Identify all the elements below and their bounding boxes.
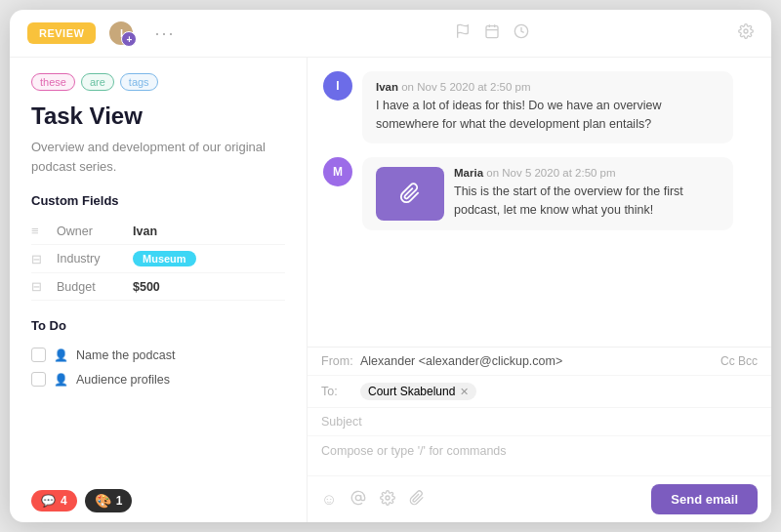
- right-panel: I Ivan on Nov 5 2020 at 2:50 pm I have a…: [308, 58, 771, 522]
- clock-icon[interactable]: [514, 23, 529, 43]
- todo-user-icon-0: 👤: [54, 348, 68, 362]
- add-avatar-icon[interactable]: +: [121, 31, 137, 47]
- todo-section: To Do 👤 Name the podcast 👤 Audience prof…: [31, 318, 285, 391]
- email-from-row: From: Alexander <alexander@clickup.com> …: [308, 348, 771, 376]
- svg-rect-1: [486, 26, 498, 38]
- to-label: To:: [321, 385, 360, 398]
- main-content: these are tags Task View Overview and de…: [10, 58, 771, 522]
- left-panel: these are tags Task View Overview and de…: [10, 58, 308, 522]
- emoji-icon[interactable]: ☺: [321, 491, 337, 509]
- send-email-button[interactable]: Send email: [651, 484, 758, 514]
- recipient-name: Court Skabelund: [368, 385, 455, 398]
- task-description: Overview and development of our original…: [31, 138, 285, 176]
- comment-text-0: I have a lot of ideas for this! Do we ha…: [376, 97, 719, 134]
- comments-area: I Ivan on Nov 5 2020 at 2:50 pm I have a…: [308, 58, 771, 347]
- comment-author-0: Ivan: [376, 81, 398, 93]
- todo-text-0: Name the podcast: [76, 348, 175, 362]
- svg-point-6: [744, 29, 748, 33]
- field-label-industry: Industry: [57, 252, 125, 266]
- svg-point-8: [386, 496, 390, 500]
- field-industry: ⊟ Industry Museum: [31, 245, 285, 273]
- cc-bcc-button[interactable]: Cc Bcc: [720, 354, 758, 368]
- svg-point-7: [356, 495, 361, 500]
- todo-checkbox-1[interactable]: [31, 372, 46, 387]
- header-icons: [455, 23, 754, 43]
- todo-title: To Do: [31, 318, 285, 333]
- avatar: I +: [107, 20, 135, 47]
- mention-icon[interactable]: [350, 490, 366, 510]
- comment-meta-1: Maria on Nov 5 2020 at 2:50 pm: [454, 167, 719, 179]
- email-subject-row[interactable]: Subject: [308, 408, 771, 436]
- comment-avatar-ivan: I: [323, 71, 352, 101]
- field-budget: ⊟ Budget $500: [31, 273, 285, 301]
- todo-item-0: 👤 Name the podcast: [31, 343, 285, 367]
- task-title: Task View: [31, 102, 285, 130]
- figma-count: 1: [116, 494, 123, 508]
- tag-tags[interactable]: tags: [120, 73, 158, 91]
- todo-text-1: Audience profiles: [76, 373, 170, 387]
- field-owner: ≡ Owner Ivan: [31, 218, 285, 245]
- from-value: Alexander <alexander@clickup.com>: [360, 354, 562, 368]
- comment-bubble-1-content: Maria on Nov 5 2020 at 2:50 pm This is t…: [454, 167, 719, 220]
- comment-item-0: I Ivan on Nov 5 2020 at 2:50 pm I have a…: [323, 71, 756, 143]
- left-footer: 💬 4 🎨 1: [31, 479, 285, 512]
- field-icon-budget: ⊟: [31, 279, 49, 294]
- comment-meta-0: Ivan on Nov 5 2020 at 2:50 pm: [376, 81, 719, 93]
- comment-icon: 💬: [41, 494, 56, 508]
- recipient-chip: Court Skabelund ✕: [360, 383, 476, 400]
- settings-icon[interactable]: [738, 23, 754, 43]
- comment-item-1: M Maria on Nov 5 2020 at 2:50 pm This is…: [323, 157, 756, 230]
- review-button[interactable]: REVIEW: [27, 22, 96, 44]
- custom-fields-section: Custom Fields ≡ Owner Ivan ⊟ Industry Mu…: [31, 193, 285, 301]
- tag-are[interactable]: are: [81, 73, 114, 91]
- field-label-owner: Owner: [57, 225, 125, 238]
- attachment-thumbnail: [376, 167, 444, 221]
- email-toolbar: ☺ Send email: [308, 475, 771, 522]
- calendar-icon[interactable]: [484, 23, 500, 43]
- todo-user-icon-1: 👤: [54, 373, 68, 387]
- remove-recipient-button[interactable]: ✕: [460, 386, 469, 398]
- field-value-industry[interactable]: Museum: [133, 251, 196, 266]
- avatar-group: I +: [107, 20, 135, 47]
- figma-icon: 🎨: [95, 493, 111, 509]
- from-label: From:: [321, 354, 360, 368]
- comment-timestamp-0: on Nov 5 2020 at 2:50 pm: [401, 81, 530, 93]
- comment-count: 4: [61, 494, 67, 508]
- field-icon-industry: ⊟: [31, 252, 49, 266]
- field-label-budget: Budget: [57, 280, 125, 294]
- main-window: REVIEW I + ···: [10, 10, 771, 522]
- comment-timestamp-1: on Nov 5 2020 at 2:50 pm: [486, 167, 615, 179]
- comment-avatar-maria: M: [323, 157, 352, 186]
- email-compose: From: Alexander <alexander@clickup.com> …: [308, 347, 771, 522]
- field-value-budget[interactable]: $500: [133, 280, 160, 294]
- tag-these[interactable]: these: [31, 73, 75, 91]
- compose-area[interactable]: Compose or type '/' for commands: [308, 436, 771, 475]
- flag-icon[interactable]: [455, 23, 471, 43]
- email-to-row: To: Court Skabelund ✕: [308, 376, 771, 408]
- attach-icon[interactable]: [409, 490, 425, 510]
- comment-text-1: This is the start of the overview for th…: [454, 183, 719, 220]
- badge-figma[interactable]: 🎨 1: [85, 489, 133, 512]
- custom-fields-title: Custom Fields: [31, 193, 285, 208]
- todo-item-1: 👤 Audience profiles: [31, 367, 285, 391]
- comment-author-1: Maria: [454, 167, 483, 179]
- field-value-owner[interactable]: Ivan: [133, 225, 157, 238]
- comment-bubble-0: Ivan on Nov 5 2020 at 2:50 pm I have a l…: [362, 71, 733, 143]
- settings-toolbar-icon[interactable]: [380, 490, 395, 510]
- header: REVIEW I + ···: [10, 10, 771, 58]
- badge-comments[interactable]: 💬 4: [31, 490, 77, 512]
- field-icon-owner: ≡: [31, 224, 49, 238]
- todo-checkbox-0[interactable]: [31, 348, 46, 362]
- comment-bubble-1: Maria on Nov 5 2020 at 2:50 pm This is t…: [362, 157, 733, 230]
- tags-row: these are tags: [31, 73, 285, 91]
- more-options-button[interactable]: ···: [154, 23, 175, 44]
